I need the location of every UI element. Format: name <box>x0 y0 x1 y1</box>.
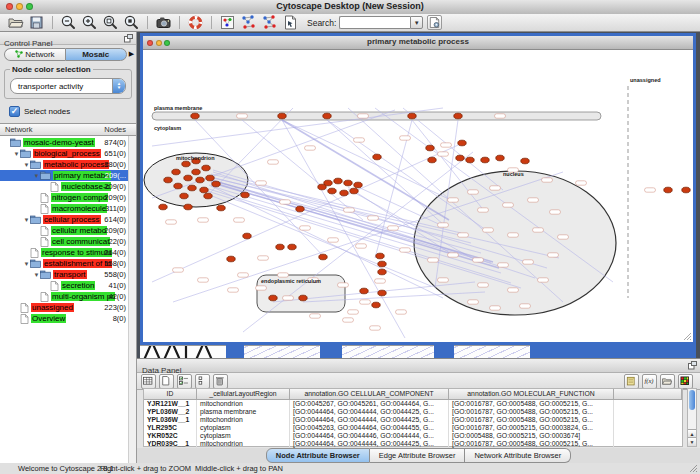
network-node[interactable] <box>340 190 348 196</box>
window-resize-grip[interactable] <box>689 464 698 472</box>
node-label-pill[interactable] <box>173 268 184 272</box>
network-node[interactable] <box>456 155 464 161</box>
load-attributes-icon[interactable] <box>660 374 675 389</box>
node-label-pill[interactable] <box>438 278 449 282</box>
node-label-pill[interactable] <box>538 278 549 282</box>
attribute-table-icon[interactable] <box>141 374 156 389</box>
new-network-from-selected-nodes-icon[interactable] <box>261 14 278 31</box>
network-node[interactable] <box>408 113 416 119</box>
node-label-pill[interactable] <box>237 114 248 118</box>
tree-item-secretion[interactable]: secretion41(0) <box>0 280 129 291</box>
network-node[interactable] <box>299 295 307 301</box>
node-label-pill[interactable] <box>278 273 289 277</box>
tree-item-cell-communicat[interactable]: cell communicat22(0) <box>0 236 129 247</box>
node-label-pill[interactable] <box>338 283 349 287</box>
table-scrollbar[interactable]: ▲ ▼ <box>687 388 697 447</box>
tree-item-cellular-metabo[interactable]: cellular metabo209(0) <box>0 225 129 236</box>
network-node[interactable] <box>378 269 386 275</box>
network-node[interactable] <box>288 244 296 250</box>
new-attribute-icon[interactable] <box>159 374 174 389</box>
node-label-pill[interactable] <box>490 306 501 310</box>
annotation-icon[interactable] <box>282 14 299 31</box>
node-label-pill[interactable] <box>508 288 519 292</box>
network-node[interactable] <box>172 169 180 175</box>
new-network-from-selection-icon[interactable] <box>240 14 257 31</box>
network-node[interactable] <box>269 295 277 301</box>
node-label-pill[interactable] <box>490 186 501 190</box>
network-node[interactable] <box>350 188 358 194</box>
tree-column-nodes[interactable]: Nodes <box>104 125 126 134</box>
tree-item-nitrogen-compo[interactable]: nitrogen compo209(0) <box>0 192 129 203</box>
node-label-pill[interactable] <box>503 203 514 207</box>
network-node[interactable] <box>318 184 326 190</box>
column-header[interactable]: annotation.GO MOLECULAR_FUNCTION <box>449 389 614 399</box>
tree-item-mosaic-demo-yeast[interactable]: mosaic-demo-yeast874(0) <box>0 137 129 148</box>
table-row[interactable]: YJR121W__1mitochondrion[GO:0045267, GO:0… <box>144 400 682 408</box>
snapshot-camera-icon[interactable] <box>155 14 172 31</box>
network-node[interactable] <box>496 155 504 161</box>
node-label-pill[interactable] <box>354 138 365 142</box>
node-label-pill[interactable] <box>438 223 449 227</box>
node-label-pill[interactable] <box>360 300 371 304</box>
network-node[interactable] <box>378 261 386 267</box>
node-label-pill[interactable] <box>310 314 321 318</box>
node-label-pill[interactable] <box>280 200 291 204</box>
node-label-pill[interactable] <box>400 248 411 252</box>
node-label-pill[interactable] <box>256 181 267 185</box>
network-node[interactable] <box>206 175 214 181</box>
network-node[interactable] <box>217 205 225 211</box>
node-label-pill[interactable] <box>533 228 544 232</box>
open-icon[interactable] <box>7 14 24 31</box>
expand-arrow-icon[interactable]: ▼ <box>23 162 30 168</box>
import-attribute-table-icon[interactable] <box>624 374 639 389</box>
network-node[interactable] <box>344 180 352 186</box>
network-node[interactable] <box>174 183 182 189</box>
node-label-pill[interactable] <box>428 258 439 262</box>
tree-item-multi-organism-pro[interactable]: multi-organism pro42(0) <box>0 291 129 302</box>
zoom-selected-icon[interactable] <box>123 14 140 31</box>
node-label-pill[interactable] <box>300 226 311 230</box>
node-label-pill[interactable] <box>238 273 249 277</box>
network-node[interactable] <box>426 145 434 151</box>
zoom-in-icon[interactable] <box>81 14 98 31</box>
node-label-pill[interactable] <box>542 178 553 182</box>
network-node[interactable] <box>202 165 210 171</box>
node-label-pill[interactable] <box>478 283 489 287</box>
plasma-membrane-region[interactable] <box>152 112 601 120</box>
column-header[interactable]: ID <box>144 389 197 399</box>
tab-edge-attribute-browser[interactable]: Edge Attribute Browser <box>370 448 466 463</box>
network-node[interactable] <box>164 177 172 183</box>
unselect-attributes-icon[interactable] <box>195 374 210 389</box>
select-attributes-icon[interactable] <box>177 374 192 389</box>
node-label-pill[interactable] <box>198 278 209 282</box>
network-edge[interactable] <box>205 193 431 286</box>
network-canvas[interactable]: plasma membranecytoplasmmitochondrionnuc… <box>143 50 693 342</box>
network-node[interactable] <box>334 178 342 184</box>
node-label-pill[interactable] <box>388 226 399 230</box>
delete-attribute-icon[interactable] <box>213 374 228 389</box>
tree-item-establishment-of-lo[interactable]: ▼establishment of lo558(0) <box>0 258 129 269</box>
scroll-down-button[interactable]: ▼ <box>688 437 696 446</box>
vizmapper-icon[interactable] <box>219 14 236 31</box>
tree-item-biological-process[interactable]: ▼biological_process651(0) <box>0 148 129 159</box>
network-node[interactable] <box>184 175 192 181</box>
search-dropdown-button[interactable]: ▼ <box>410 16 423 29</box>
node-label-pill[interactable] <box>344 208 355 212</box>
node-label-pill[interactable] <box>468 190 479 194</box>
network-node[interactable] <box>212 181 220 187</box>
node-label-pill[interactable] <box>234 218 245 222</box>
node-label-pill[interactable] <box>520 304 531 308</box>
node-label-pill[interactable] <box>523 260 534 264</box>
background-window-fragment[interactable] <box>434 345 454 358</box>
tab-network[interactable]: Network <box>4 48 65 61</box>
background-window-fragment[interactable] <box>454 345 530 358</box>
tree-item-response-to-stimulu[interactable]: response to stimulu264(0) <box>0 247 129 258</box>
network-node[interactable] <box>241 192 249 198</box>
network-view-titlebar[interactable]: primary metabolic process <box>143 36 693 50</box>
network-node[interactable] <box>428 157 436 163</box>
network-node[interactable] <box>372 302 380 308</box>
node-label-pill[interactable] <box>558 235 569 239</box>
tree-item-primary-metabo[interactable]: ▼primary metabo209(... <box>0 170 129 181</box>
background-window-fragment[interactable] <box>140 345 226 358</box>
select-nodes-checkbox[interactable]: ✓ <box>9 106 20 117</box>
